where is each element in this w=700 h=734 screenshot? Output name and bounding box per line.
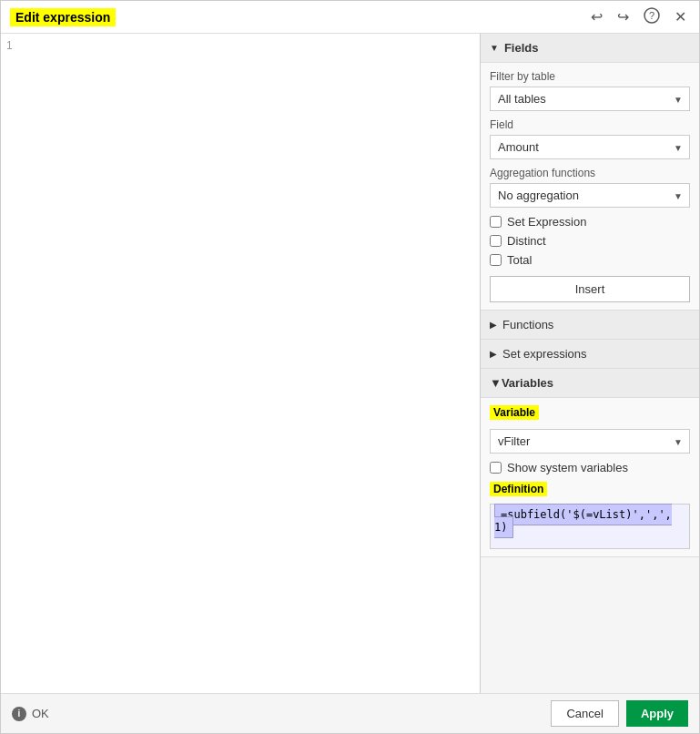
- distinct-row: Distinct: [490, 234, 690, 248]
- dialog-title: Edit expression: [10, 8, 116, 26]
- aggregation-label: Aggregation functions: [490, 167, 690, 179]
- info-icon: i: [12, 707, 26, 721]
- field-select[interactable]: Amount: [490, 135, 690, 159]
- title-bar-right: ↩ ↪ ? ✕: [587, 5, 690, 29]
- title-bar-left: Edit expression: [10, 8, 116, 26]
- redo-button[interactable]: ↪: [614, 6, 633, 27]
- fields-section-content: Filter by table All tables ▼ Field Amoun…: [481, 63, 699, 311]
- fields-section-label: Fields: [504, 41, 539, 55]
- definition-label-container: Definition: [490, 482, 690, 500]
- undo-icon: ↩: [591, 8, 603, 25]
- filter-by-table-wrapper: All tables ▼: [490, 87, 690, 111]
- dialog: Edit expression ↩ ↪ ? ✕: [0, 0, 700, 734]
- field-select-wrapper: Amount ▼: [490, 135, 690, 159]
- close-button[interactable]: ✕: [671, 6, 690, 27]
- variables-section-header[interactable]: ▼ Variables: [481, 369, 699, 398]
- variables-section-label: Variables: [502, 376, 553, 390]
- title-bar: Edit expression ↩ ↪ ? ✕: [1, 1, 699, 34]
- set-expression-label: Set Expression: [507, 215, 586, 229]
- apply-button[interactable]: Apply: [626, 700, 688, 727]
- help-button[interactable]: ?: [640, 5, 664, 29]
- right-pane: ▼ Fields Filter by table All tables ▼ Fi…: [481, 34, 699, 693]
- variable-select[interactable]: vFilter: [490, 429, 690, 454]
- filter-by-table-label: Filter by table: [490, 70, 690, 83]
- close-icon: ✕: [675, 8, 686, 25]
- total-row: Total: [490, 253, 690, 267]
- set-expression-checkbox[interactable]: [490, 216, 502, 228]
- total-checkbox[interactable]: [490, 254, 502, 266]
- ok-label: OK: [32, 707, 49, 720]
- definition-label: Definition: [490, 482, 547, 496]
- editor-pane: 1: [1, 34, 481, 693]
- set-expression-row: Set Expression: [490, 215, 690, 229]
- functions-arrow-icon: ▶: [490, 320, 497, 330]
- footer: i OK Cancel Apply: [1, 693, 699, 733]
- expression-editor[interactable]: [5, 37, 476, 689]
- show-system-variables-checkbox[interactable]: [490, 462, 502, 474]
- svg-text:?: ?: [649, 10, 654, 21]
- line-number: 1: [6, 39, 13, 52]
- set-expressions-arrow-icon: ▶: [490, 349, 497, 359]
- fields-arrow-icon: ▼: [490, 43, 499, 53]
- variable-label-container: Variable: [490, 405, 690, 423]
- functions-section-header[interactable]: ▶ Functions: [481, 311, 699, 340]
- variables-content: Variable vFilter ▼ Show system variables: [481, 398, 699, 556]
- set-expressions-section-label: Set expressions: [502, 347, 587, 361]
- variables-arrow-icon: ▼: [490, 376, 502, 390]
- fields-section-header[interactable]: ▼ Fields: [481, 34, 699, 63]
- show-system-variables-label: Show system variables: [507, 461, 628, 474]
- functions-section-label: Functions: [502, 318, 553, 331]
- filter-by-table-select[interactable]: All tables: [490, 87, 690, 111]
- definition-value: =subfield('$(=vList)',',',1): [494, 504, 672, 538]
- help-icon: ?: [644, 7, 660, 27]
- insert-button[interactable]: Insert: [490, 276, 690, 302]
- total-label: Total: [507, 253, 532, 267]
- show-system-variables-row: Show system variables: [490, 461, 690, 474]
- variables-section: ▼ Variables Variable vFilter ▼: [481, 369, 699, 557]
- main-content: 1 ▼ Fields Filter by table All tables ▼: [1, 34, 699, 693]
- aggregation-select-wrapper: No aggregation ▼: [490, 183, 690, 208]
- set-expressions-section-header[interactable]: ▶ Set expressions: [481, 340, 699, 369]
- footer-left: i OK: [12, 707, 49, 721]
- aggregation-select[interactable]: No aggregation: [490, 183, 690, 208]
- variable-label: Variable: [490, 405, 539, 420]
- definition-box: =subfield('$(=vList)',',',1): [490, 504, 690, 549]
- distinct-label: Distinct: [507, 234, 546, 248]
- field-label: Field: [490, 118, 690, 131]
- distinct-checkbox[interactable]: [490, 235, 502, 247]
- variable-select-wrapper: vFilter ▼: [490, 429, 690, 454]
- footer-right: Cancel Apply: [551, 700, 688, 727]
- cancel-button[interactable]: Cancel: [551, 700, 618, 727]
- redo-icon: ↪: [617, 8, 629, 25]
- undo-button[interactable]: ↩: [587, 6, 606, 27]
